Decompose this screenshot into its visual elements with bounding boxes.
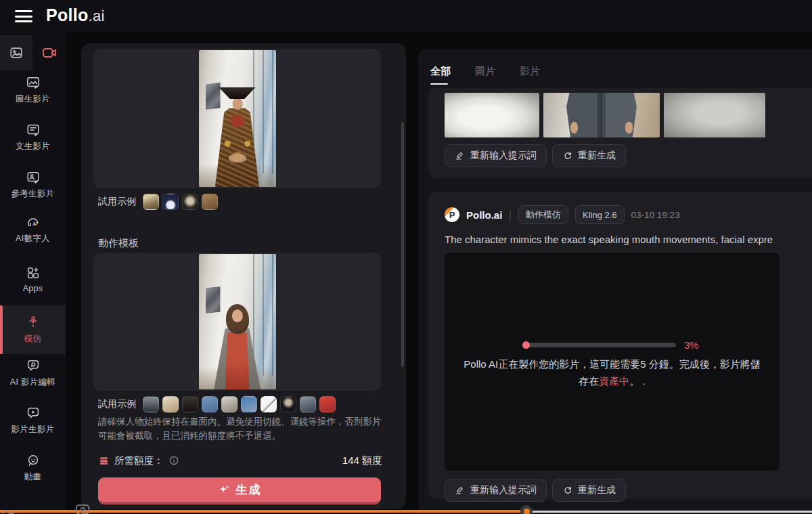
player-time-fragment: 254 — [1, 509, 14, 514]
sample-thumb[interactable] — [162, 194, 179, 210]
sample-thumb[interactable] — [241, 396, 257, 412]
result-frame-thumb[interactable] — [543, 93, 660, 137]
motion-template-heading: 動作模板 — [98, 237, 139, 250]
apps-grid-icon — [26, 265, 41, 280]
assets-link[interactable]: 資產中 — [599, 375, 629, 387]
sidebar: 圖生影片 文生影片 參考生影片 AI AI數字人 Apps 模仿 AI 影片編輯 — [0, 33, 66, 514]
svg-text:AI: AI — [32, 221, 37, 226]
image-icon — [9, 45, 24, 60]
result-frame-thumb[interactable] — [664, 93, 765, 137]
sidebar-item-apps[interactable]: Apps — [0, 257, 66, 301]
reference-to-video-icon — [26, 170, 41, 185]
tab-images[interactable]: 圖片 — [475, 65, 495, 85]
credits-row: 所需額度： 144 額度 — [98, 452, 382, 469]
animation-face-icon — [26, 453, 41, 468]
reference-image-preview[interactable] — [93, 49, 381, 188]
reference-portrait-empress — [199, 50, 276, 187]
composer-scrollbar[interactable] — [401, 122, 404, 367]
sample-thumb[interactable] — [182, 396, 198, 412]
sample-thumb[interactable] — [261, 396, 277, 412]
credits-value: 144 額度 — [342, 454, 382, 467]
motion-template-preview[interactable] — [93, 253, 381, 391]
video-mode-tab[interactable] — [33, 35, 66, 70]
sidebar-item-label: AI數字人 — [16, 233, 50, 244]
current-job-card: P Pollo.ai | 動作模仿 Kling 2.6 03-10 19:23 … — [428, 192, 812, 499]
sample-thumb[interactable] — [162, 396, 179, 412]
progress-percent: 3% — [684, 339, 699, 351]
sidebar-item-label: 動畫 — [24, 471, 42, 483]
progress-row: 3% — [523, 339, 699, 351]
job-card-header: P Pollo.ai | 動作模仿 Kling 2.6 03-10 19:23 — [445, 205, 680, 224]
generate-label: 生成 — [236, 482, 262, 498]
sidebar-item-label: 模仿 — [24, 333, 42, 345]
credits-label: 所需額度： — [114, 454, 164, 467]
sample-thumb[interactable] — [143, 194, 159, 210]
bubble-icon-fragment — [73, 501, 92, 514]
top-bar: Pollo.ai — [0, 0, 812, 33]
sidebar-item-label: AI 影片編輯 — [10, 377, 55, 388]
progress-fill — [522, 341, 530, 349]
generate-button[interactable]: 生成 — [98, 477, 381, 505]
sample-thumb[interactable] — [182, 194, 198, 210]
sidebar-item-image-to-video[interactable]: 圖生影片 — [0, 68, 66, 112]
logo-suffix: .ai — [89, 7, 105, 24]
sample-thumb[interactable] — [280, 396, 296, 412]
image-mode-tab[interactable] — [0, 35, 32, 70]
sample-thumb[interactable] — [300, 396, 316, 412]
mimic-person-icon — [26, 315, 41, 330]
sidebar-item-reference-to-video[interactable]: 參考生影片 — [0, 163, 66, 207]
sample-thumb[interactable] — [202, 396, 218, 412]
tab-videos[interactable]: 影片 — [520, 65, 540, 85]
refresh-icon — [562, 150, 573, 161]
reenter-prompt-button[interactable]: 重新输入提示詞 — [445, 479, 547, 502]
sidebar-item-label: 參考生影片 — [12, 188, 55, 200]
sidebar-item-ai-video-edit[interactable]: AI 影片編輯 — [0, 351, 66, 395]
sidebar-item-text-to-video[interactable]: 文生影片 — [0, 116, 66, 159]
sidebar-item-animation[interactable]: 動畫 — [0, 446, 66, 490]
template-portrait-woman — [199, 254, 276, 389]
pollo-logo-icon: P — [445, 207, 459, 222]
usage-notice: 請確保人物始終保持在畫面內。避免使用切鏡、運鏡等操作，否則影片可能會被截取，且已… — [98, 415, 384, 444]
results-panel: 全部 圖片 影片 重新输入提示詞 — [418, 49, 812, 514]
video-generating-placeholder: 3% Pollo AI正在製作您的影片，這可能需要5 分鐘。完成後，影片將儲存在… — [445, 253, 780, 471]
sparkle-icon — [218, 484, 231, 496]
regenerate-button[interactable]: 重新生成 — [552, 144, 626, 167]
coins-icon — [98, 455, 110, 467]
app-logo[interactable]: Pollo.ai — [46, 5, 105, 25]
sample-thumb[interactable] — [202, 194, 218, 210]
regenerate-button[interactable]: 重新生成 — [552, 479, 626, 502]
video-to-video-icon — [26, 406, 41, 421]
regenerate-label: 重新生成 — [578, 484, 616, 496]
job-brand: Pollo.ai — [466, 209, 502, 221]
status-text-post: 。 . — [629, 375, 645, 387]
header-divider: | — [509, 209, 512, 220]
ai-avatar-icon: AI — [26, 215, 41, 230]
player-scrubber-handle[interactable] — [520, 505, 533, 514]
sample-thumb[interactable] — [143, 396, 159, 412]
model-badge[interactable]: Kling 2.6 — [575, 205, 625, 224]
info-icon[interactable] — [168, 455, 179, 466]
regenerate-label: 重新生成 — [578, 150, 616, 162]
progress-bar — [523, 343, 676, 347]
result-media-strip — [445, 93, 765, 137]
sample-thumb[interactable] — [221, 396, 238, 412]
sample-thumb[interactable] — [319, 396, 336, 412]
hamburger-menu-icon[interactable] — [15, 9, 32, 24]
image-to-video-icon — [26, 75, 41, 90]
result-frame-thumb[interactable] — [445, 93, 539, 137]
current-job-actions: 重新输入提示詞 重新生成 — [445, 479, 626, 502]
mode-badge[interactable]: 動作模仿 — [518, 205, 568, 224]
sidebar-item-ai-avatar[interactable]: AI AI數字人 — [0, 208, 66, 251]
samples-label: 試用示例 — [98, 398, 136, 410]
reenter-prompt-button[interactable]: 重新输入提示詞 — [445, 144, 547, 167]
job-timestamp: 03-10 19:23 — [631, 210, 680, 220]
sample-row-reference: 試用示例 — [98, 194, 218, 210]
sidebar-item-mimic[interactable]: 模仿 — [0, 305, 66, 354]
tab-all[interactable]: 全部 — [430, 65, 451, 85]
generating-status-text: Pollo AI正在製作您的影片，這可能需要5 分鐘。完成後，影片將儲存在資產中… — [464, 356, 761, 390]
player-scrubber-remaining[interactable] — [532, 511, 812, 513]
sidebar-item-video-to-video[interactable]: 影片生影片 — [0, 399, 66, 442]
pollo-app: Pollo.ai 圖生影片 文生影片 參考生影片 AI AI數字人 Apps — [0, 0, 812, 514]
logo-main: Pollo — [46, 5, 89, 24]
sidebar-item-label: 影片生影片 — [12, 424, 55, 435]
